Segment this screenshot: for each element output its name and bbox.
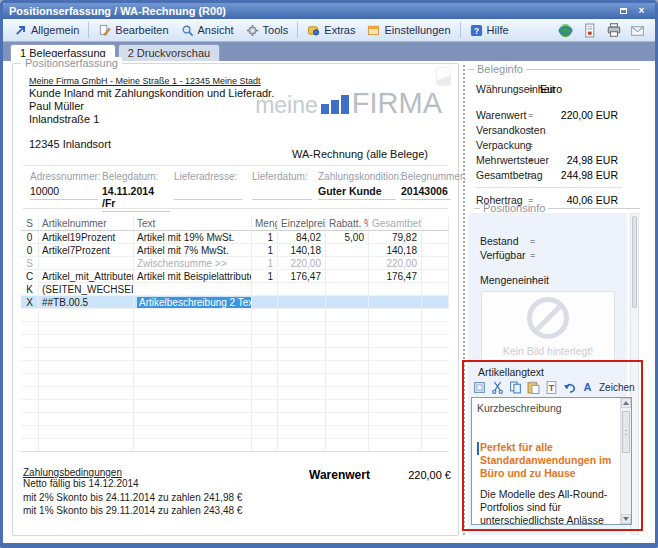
cell[interactable]: 176,47 — [278, 270, 326, 283]
cell-selected[interactable] — [326, 296, 369, 309]
cell-selected[interactable] — [252, 296, 278, 309]
font-icon[interactable]: A — [580, 380, 595, 395]
cell[interactable]: 220,00 — [369, 257, 422, 270]
cell[interactable] — [326, 257, 369, 270]
cell[interactable]: 79,82 — [369, 231, 422, 244]
cell[interactable]: 5,00 — [326, 231, 369, 244]
col-header-s[interactable]: S — [21, 216, 39, 231]
field-value[interactable] — [174, 185, 242, 197]
cell[interactable]: Artikel mit Beispielattributen — [134, 270, 252, 283]
cell[interactable]: 140,18 — [369, 244, 422, 257]
cell[interactable]: Zwischensumme >> — [134, 257, 252, 270]
web-icon[interactable] — [557, 22, 574, 39]
cell[interactable] — [134, 283, 252, 296]
field-lieferadresse[interactable]: Lieferadresse: — [174, 171, 242, 200]
cell[interactable] — [422, 270, 449, 283]
menu-hilfe[interactable]: ? Hilfe — [464, 22, 515, 39]
col-header-gesamtbetrag[interactable]: Gesamtbetrag — [369, 216, 422, 231]
field-value[interactable]: Guter Kunde — [318, 185, 396, 197]
scrollbar-thumb[interactable] — [632, 216, 637, 308]
cell[interactable] — [369, 283, 422, 296]
cell-selected[interactable] — [369, 296, 422, 309]
scroll-up-icon[interactable] — [621, 398, 631, 408]
scrollbar-thumb[interactable] — [622, 411, 630, 453]
cell[interactable] — [252, 283, 278, 296]
empty-grid-rows[interactable] — [21, 309, 449, 452]
zeichen-label[interactable]: Zeichen — [598, 382, 636, 393]
cell[interactable]: 1 — [252, 244, 278, 257]
cell[interactable] — [422, 244, 449, 257]
col-header-einzelpreis[interactable]: Einzelpreis — [278, 216, 326, 231]
print-icon[interactable] — [605, 22, 622, 39]
col-header-menge[interactable]: Menge — [252, 216, 278, 231]
mail-icon[interactable] — [629, 22, 646, 39]
export-document-icon[interactable] — [581, 22, 598, 39]
col-header-rabatt[interactable]: Rabatt. % — [326, 216, 369, 231]
field-value[interactable]: 20143006 — [401, 185, 451, 197]
row-label: Warenwert — [476, 109, 526, 121]
cell[interactable]: Artikel19Prozent — [39, 231, 134, 244]
cell-selected[interactable]: ##TB.00.5 — [39, 296, 134, 309]
cell[interactable]: Artikel mit 19% MwSt. — [134, 231, 252, 244]
cell[interactable] — [326, 270, 369, 283]
field-lieferdatum[interactable]: Lieferdatum: — [252, 171, 312, 200]
editor-scrollbar[interactable] — [620, 398, 631, 524]
col-header-text[interactable]: Text — [134, 216, 252, 231]
field-value[interactable] — [252, 185, 312, 197]
field-belegnummer[interactable]: Belegnummer: 20143006 — [401, 171, 451, 200]
cell[interactable]: 0 — [21, 244, 39, 257]
cell[interactable]: Artikel mit 7% MwSt. — [134, 244, 252, 257]
cell[interactable]: 0 — [21, 231, 39, 244]
cell[interactable]: Artikel_mit_Attributen — [39, 270, 134, 283]
menu-allgemein[interactable]: Allgemein — [8, 22, 85, 39]
scroll-down-icon[interactable] — [621, 514, 631, 524]
cell-selected[interactable] — [422, 296, 449, 309]
cell-selected[interactable] — [278, 296, 326, 309]
menu-tools[interactable]: Tools — [240, 22, 295, 39]
field-adressnummer[interactable]: Adressnummer: 10000 — [30, 171, 98, 200]
cell[interactable]: 176,47 — [369, 270, 422, 283]
cell[interactable] — [422, 231, 449, 244]
restore-button[interactable] — [616, 5, 631, 18]
cell[interactable]: 220,00 — [278, 257, 326, 270]
cell[interactable]: Artikel7Prozent — [39, 244, 134, 257]
undo-icon[interactable] — [562, 380, 577, 395]
tab-druckvorschau[interactable]: 2 Druckvorschau — [118, 44, 221, 61]
field-belegdatum[interactable]: Belegdatum: 14.11.2014 /Fr — [102, 171, 170, 212]
close-button[interactable]: × — [634, 5, 649, 18]
field-value[interactable]: 10000 — [30, 185, 98, 197]
field-value[interactable]: 14.11.2014 /Fr — [102, 185, 170, 209]
field-underline — [30, 199, 98, 200]
cell[interactable] — [278, 283, 326, 296]
menu-einstellungen[interactable]: Einstellungen — [361, 22, 456, 39]
paste-icon[interactable] — [526, 380, 541, 395]
paste-text-icon[interactable]: T — [544, 380, 559, 395]
cell[interactable]: 84,02 — [278, 231, 326, 244]
cell[interactable] — [422, 283, 449, 296]
cell[interactable] — [326, 283, 369, 296]
col-header-artikelnummer[interactable]: Artikelnummer — [39, 216, 134, 231]
field-zahlungskondition[interactable]: Zahlungskondition: Guter Kunde — [318, 171, 396, 200]
cell[interactable]: K — [21, 283, 39, 296]
menu-ansicht[interactable]: Ansicht — [175, 22, 240, 39]
cell[interactable] — [422, 257, 449, 270]
cell[interactable]: 140,18 — [278, 244, 326, 257]
cell[interactable]: C — [21, 270, 39, 283]
cell[interactable]: S — [21, 257, 39, 270]
cell[interactable]: 1 — [252, 257, 278, 270]
cell[interactable]: (SEITEN_WECHSEL) — [39, 283, 134, 296]
expand-icon[interactable] — [472, 380, 487, 395]
cell[interactable]: 1 — [252, 231, 278, 244]
cell[interactable]: 1 — [252, 270, 278, 283]
cut-icon[interactable] — [490, 380, 505, 395]
pane-splitter[interactable] — [463, 65, 465, 535]
cell-selected[interactable]: X — [21, 296, 39, 309]
positions-table[interactable]: S Artikelnummer Text Menge Einzelpreis R… — [21, 216, 449, 452]
copy-icon[interactable] — [508, 380, 523, 395]
cell[interactable] — [326, 244, 369, 257]
richtext-editor[interactable]: Kurzbeschreibung Perfekt für alle Standa… — [471, 397, 632, 525]
menu-extras[interactable]: Extras — [301, 22, 361, 39]
cell[interactable] — [39, 257, 134, 270]
menu-bearbeiten[interactable]: Bearbeiten — [92, 22, 174, 39]
cell-selected[interactable]: Artikelbeschreibung 2 Textbaustein — [134, 296, 252, 309]
